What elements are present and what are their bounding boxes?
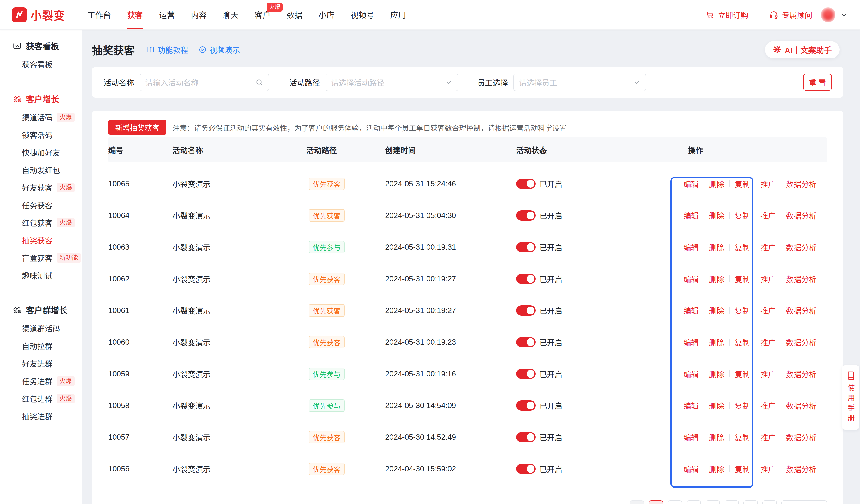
status-toggle[interactable] — [516, 400, 536, 411]
action-数据分析[interactable]: 数据分析 — [786, 368, 817, 379]
sidebar-item-获客看板[interactable]: 获客看板 — [0, 56, 82, 73]
action-编辑[interactable]: 编辑 — [683, 242, 699, 253]
action-复制[interactable]: 复制 — [735, 273, 750, 284]
action-数据分析[interactable]: 数据分析 — [786, 400, 817, 411]
action-编辑[interactable]: 编辑 — [683, 178, 699, 189]
action-推广[interactable]: 推广 — [760, 273, 776, 284]
action-复制[interactable]: 复制 — [735, 400, 750, 411]
action-编辑[interactable]: 编辑 — [683, 432, 699, 443]
sidebar-item-好友获客[interactable]: 好友获客火爆 — [0, 179, 82, 196]
action-数据分析[interactable]: 数据分析 — [786, 432, 817, 443]
nav-item-运营[interactable]: 运营 — [159, 0, 175, 29]
chevron-down-icon[interactable] — [840, 11, 848, 19]
action-复制[interactable]: 复制 — [735, 336, 750, 348]
action-复制[interactable]: 复制 — [735, 242, 750, 253]
sidebar-item-快捷加好友[interactable]: 快捷加好友 — [0, 144, 82, 161]
sidebar-item-抽奖进群[interactable]: 抽奖进群 — [0, 407, 82, 425]
pagination-prev[interactable]: ‹ — [630, 500, 644, 504]
sidebar-item-自动发红包[interactable]: 自动发红包 — [0, 161, 82, 179]
action-删除[interactable]: 删除 — [709, 178, 724, 189]
status-toggle[interactable] — [516, 337, 536, 347]
action-数据分析[interactable]: 数据分析 — [786, 178, 817, 189]
sidebar-item-渠道群活码[interactable]: 渠道群活码 — [0, 319, 82, 337]
action-推广[interactable]: 推广 — [760, 368, 776, 379]
pagination-page-1[interactable]: 1 — [649, 500, 663, 504]
sidebar-section-获客看板[interactable]: 获客看板 — [0, 40, 82, 51]
nav-item-视频号[interactable]: 视频号 — [350, 0, 374, 29]
brand-logo[interactable]: 小裂变 — [12, 7, 65, 23]
tutorial-link[interactable]: 功能教程 — [146, 44, 188, 55]
status-toggle[interactable] — [516, 211, 536, 220]
nav-item-小店[interactable]: 小店 — [318, 0, 334, 29]
action-删除[interactable]: 删除 — [709, 305, 724, 316]
sidebar-item-自动拉群[interactable]: 自动拉群 — [0, 337, 82, 355]
video-demo-link[interactable]: 视频演示 — [198, 44, 240, 55]
status-toggle[interactable] — [516, 369, 536, 379]
action-复制[interactable]: 复制 — [735, 432, 750, 443]
action-复制[interactable]: 复制 — [735, 178, 750, 189]
nav-item-应用[interactable]: 应用 — [390, 0, 406, 29]
action-复制[interactable]: 复制 — [735, 305, 750, 316]
pagination-page-4[interactable]: 4 — [705, 500, 720, 504]
sidebar-item-红包进群[interactable]: 红包进群火爆 — [0, 390, 82, 407]
action-数据分析[interactable]: 数据分析 — [786, 210, 817, 221]
sidebar-item-好友进群[interactable]: 好友进群 — [0, 355, 82, 372]
action-数据分析[interactable]: 数据分析 — [786, 463, 817, 474]
status-toggle[interactable] — [516, 179, 536, 189]
action-推广[interactable]: 推广 — [760, 432, 776, 443]
pagination-page-5[interactable]: 5 — [725, 500, 739, 504]
sidebar-item-红包获客[interactable]: 红包获客火爆 — [0, 214, 82, 231]
page-size-select[interactable]: 10 条/页 — [782, 500, 827, 504]
sidebar-item-任务获客[interactable]: 任务获客 — [0, 196, 82, 214]
sidebar-item-锁客活码[interactable]: 锁客活码 — [0, 126, 82, 144]
action-编辑[interactable]: 编辑 — [683, 273, 699, 284]
action-删除[interactable]: 删除 — [709, 336, 724, 348]
activity-name-input[interactable]: 请输入活动名称 — [140, 73, 269, 91]
pagination-page-3[interactable]: 3 — [687, 500, 701, 504]
action-复制[interactable]: 复制 — [735, 210, 750, 221]
staff-select[interactable]: 请选择员工 — [514, 73, 646, 91]
ai-copywriter-button[interactable]: ❋ AI丨文案助手 — [765, 41, 840, 58]
advisor-button[interactable]: 专属顾问 — [769, 9, 812, 20]
status-toggle[interactable] — [516, 242, 536, 252]
action-编辑[interactable]: 编辑 — [683, 305, 699, 316]
status-toggle[interactable] — [516, 432, 536, 442]
order-now-button[interactable]: 立即订购 — [705, 9, 748, 20]
nav-item-数据[interactable]: 数据 — [287, 0, 302, 29]
action-删除[interactable]: 删除 — [709, 400, 724, 411]
action-数据分析[interactable]: 数据分析 — [786, 242, 817, 253]
nav-item-获客[interactable]: 获客 — [127, 0, 143, 29]
status-toggle[interactable] — [516, 464, 536, 474]
action-推广[interactable]: 推广 — [760, 178, 776, 189]
status-toggle[interactable] — [516, 305, 536, 316]
action-删除[interactable]: 删除 — [709, 432, 724, 443]
action-推广[interactable]: 推广 — [760, 305, 776, 316]
action-编辑[interactable]: 编辑 — [683, 400, 699, 411]
sidebar-item-盲盒获客[interactable]: 盲盒获客新功能 — [0, 249, 82, 267]
pagination-page-6[interactable]: 6 — [744, 500, 758, 504]
reset-button[interactable]: 重置 — [803, 74, 832, 91]
pagination-next[interactable]: › — [762, 500, 777, 504]
action-编辑[interactable]: 编辑 — [683, 463, 699, 474]
action-复制[interactable]: 复制 — [735, 463, 750, 474]
action-推广[interactable]: 推广 — [760, 463, 776, 474]
action-数据分析[interactable]: 数据分析 — [786, 273, 817, 284]
action-推广[interactable]: 推广 — [760, 400, 776, 411]
avatar[interactable] — [821, 8, 835, 22]
nav-item-客户[interactable]: 客户火爆 — [255, 0, 271, 29]
action-编辑[interactable]: 编辑 — [683, 336, 699, 348]
action-编辑[interactable]: 编辑 — [683, 210, 699, 221]
manual-tab[interactable]: 使用手册 — [842, 365, 859, 430]
nav-item-工作台[interactable]: 工作台 — [87, 0, 111, 29]
sidebar-item-趣味测试[interactable]: 趣味测试 — [0, 267, 82, 284]
nav-item-聊天[interactable]: 聊天 — [223, 0, 239, 29]
action-复制[interactable]: 复制 — [735, 368, 750, 379]
action-删除[interactable]: 删除 — [709, 463, 724, 474]
action-数据分析[interactable]: 数据分析 — [786, 336, 817, 348]
sidebar-item-抽奖获客[interactable]: 抽奖获客 — [0, 231, 82, 249]
activity-path-select[interactable]: 请选择活动路径 — [326, 73, 458, 91]
status-toggle[interactable] — [516, 274, 536, 284]
sidebar-item-任务进群[interactable]: 任务进群火爆 — [0, 372, 82, 390]
action-删除[interactable]: 删除 — [709, 242, 724, 253]
action-推广[interactable]: 推广 — [760, 210, 776, 221]
